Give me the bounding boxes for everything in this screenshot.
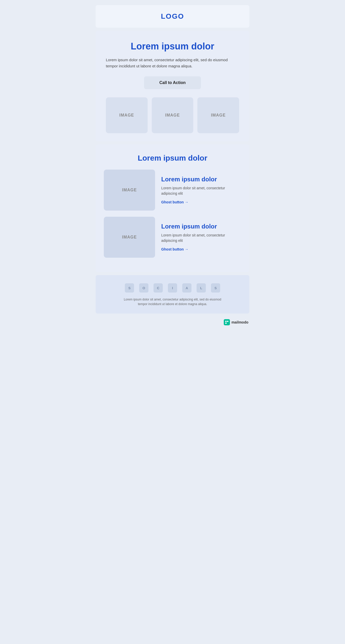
mailmodo-icon [224,319,230,325]
svg-rect-0 [225,321,227,322]
mailmodo-logo: mailmodo [224,319,248,325]
social-icon-l[interactable]: L [197,283,206,293]
card-body-2: Lorem ipsum dolor sit amet, consectetur … [161,233,241,243]
card-item-1: IMAGE Lorem ipsum dolor Lorem ipsum dolo… [104,170,241,211]
mailmodo-name: mailmodo [231,320,248,324]
socials-icons-row: S O C I A L S [102,283,243,293]
cards-section: Lorem ipsum dolor IMAGE Lorem ipsum dolo… [96,144,249,272]
ghost-button-2-arrow: → [185,247,188,251]
card-image-1: IMAGE [104,170,155,211]
ghost-button-2[interactable]: Ghost button → [161,247,188,251]
card-item-2: IMAGE Lorem ipsum dolor Lorem ipsum dolo… [104,217,241,258]
hero-image-3: IMAGE [197,97,239,133]
ghost-button-2-label: Ghost button [161,247,184,251]
socials-body: Lorem ipsum dolor sit amet, consectetur … [121,297,224,306]
social-icon-s[interactable]: S [125,283,134,293]
svg-rect-2 [225,323,227,324]
ghost-button-1[interactable]: Ghost button → [161,200,188,204]
social-icon-s2[interactable]: S [211,283,220,293]
ghost-button-1-label: Ghost button [161,200,184,204]
card-heading-2: Lorem ipsum dolor [161,223,241,230]
social-icon-a[interactable]: A [182,283,191,293]
card-content-2: Lorem ipsum dolor Lorem ipsum dolor sit … [161,223,241,252]
card-body-1: Lorem ipsum dolor sit amet, consectetur … [161,185,241,196]
hero-section: Lorem ipsum dolor Lorem ipsum dolor sit … [96,31,249,141]
social-icon-o[interactable]: O [139,283,148,293]
cta-button[interactable]: Call to Action [144,76,201,89]
hero-body: Lorem ipsum dolor sit amet, consectetur … [106,57,239,69]
social-icon-i[interactable]: I [168,283,177,293]
logo-text: LOGO [161,12,184,20]
card-content-1: Lorem ipsum dolor Lorem ipsum dolor sit … [161,176,241,204]
hero-image-2: IMAGE [152,97,194,133]
page-wrapper: LOGO Lorem ipsum dolor Lorem ipsum dolor… [96,5,249,639]
hero-image-grid: IMAGE IMAGE IMAGE [106,97,239,133]
card-heading-1: Lorem ipsum dolor [161,176,241,183]
cards-section-title: Lorem ipsum dolor [104,154,241,162]
hero-image-1: IMAGE [106,97,148,133]
hero-title: Lorem ipsum dolor [106,41,239,52]
cta-button-wrapper: Call to Action [106,76,239,89]
footer-brand: mailmodo [96,317,249,326]
svg-rect-1 [227,321,228,322]
socials-section: S O C I A L S Lorem ipsum dolor sit amet… [96,275,249,314]
ghost-button-1-arrow: → [185,200,188,204]
social-icon-c[interactable]: C [154,283,163,293]
logo-section: LOGO [96,5,249,28]
card-image-2: IMAGE [104,217,155,258]
